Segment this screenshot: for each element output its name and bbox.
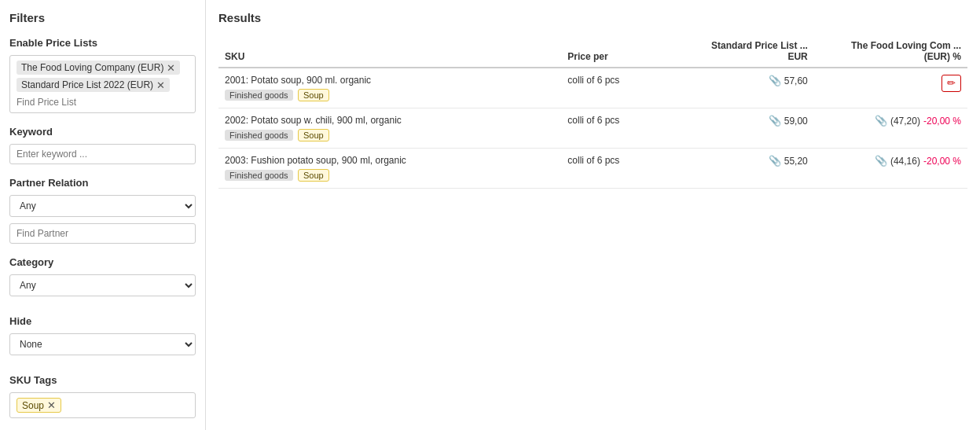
row2-standard-price-icon: 📎 bbox=[769, 115, 781, 127]
col-header-sku: SKU bbox=[218, 35, 561, 68]
col-header-food-company: The Food Loving Com ... (EUR) % bbox=[814, 35, 967, 68]
price-list-tag-2-label: Standard Price List 2022 (EUR) bbox=[21, 79, 153, 90]
sku-tag-soup-label: Soup bbox=[22, 400, 44, 411]
price-list-tag-2[interactable]: Standard Price List 2022 (EUR) ✕ bbox=[17, 78, 170, 92]
row1-tag-soup: Soup bbox=[298, 89, 329, 101]
row1-food-company-cell: ✏ bbox=[814, 68, 967, 108]
row1-standard-price-value: 57,60 bbox=[784, 75, 808, 86]
row3-standard-price-value: 55,20 bbox=[784, 156, 808, 167]
row1-standard-price: 📎 57,60 bbox=[670, 68, 814, 108]
row3-discount: -20,00 % bbox=[923, 156, 961, 167]
row2-food-company-cell: 📎 (47,20) -20,00 % bbox=[814, 108, 967, 149]
sidebar: Filters Enable Price Lists The Food Lovi… bbox=[0, 0, 206, 430]
partner-relation-section: Partner Relation Any bbox=[9, 177, 196, 244]
find-partner-input[interactable] bbox=[9, 223, 196, 244]
row1-standard-price-icon: 📎 bbox=[769, 75, 781, 86]
price-list-tag-1-label: The Food Loving Company (EUR) bbox=[21, 62, 163, 73]
col-header-standard-price: Standard Price List ... EUR bbox=[670, 35, 814, 68]
row2-standard-price: 📎 59,00 bbox=[670, 108, 814, 149]
row3-standard-price: 📎 55,20 bbox=[670, 149, 814, 189]
category-label: Category bbox=[9, 256, 196, 268]
row2-sku-cell: 2002: Potato soup w. chili, 900 ml, orga… bbox=[218, 108, 561, 149]
row1-edit-button[interactable]: ✏ bbox=[941, 75, 961, 92]
results-title: Results bbox=[218, 11, 967, 24]
row3-tag-finished-goods: Finished goods bbox=[225, 170, 293, 181]
filters-title: Filters bbox=[9, 11, 196, 24]
hide-label: Hide bbox=[9, 315, 196, 327]
sku-tag-soup[interactable]: Soup ✕ bbox=[17, 398, 61, 413]
row3-standard-price-icon: 📎 bbox=[769, 155, 781, 167]
row3-tags: Finished goods Soup bbox=[225, 169, 555, 182]
row3-food-price: (44,16) bbox=[890, 156, 920, 167]
row1-product-name: 2001: Potato soup, 900 ml. organic bbox=[225, 75, 555, 86]
row3-food-icon: 📎 bbox=[875, 155, 887, 167]
find-price-list-input[interactable] bbox=[17, 97, 189, 108]
partner-relation-select[interactable]: Any bbox=[9, 195, 196, 217]
table-row: 2003: Fushion potato soup, 900 ml, organ… bbox=[218, 149, 967, 189]
sku-tag-soup-remove-icon[interactable]: ✕ bbox=[47, 399, 56, 411]
row2-tag-finished-goods: Finished goods bbox=[225, 130, 293, 141]
enable-price-lists-label: Enable Price Lists bbox=[9, 37, 196, 49]
keyword-label: Keyword bbox=[9, 126, 196, 138]
row2-standard-price-value: 59,00 bbox=[784, 116, 808, 127]
row1-tag-finished-goods: Finished goods bbox=[225, 90, 293, 101]
price-list-tag-2-remove-icon[interactable]: ✕ bbox=[156, 80, 165, 90]
category-select[interactable]: Any bbox=[9, 274, 196, 296]
row2-product-name: 2002: Potato soup w. chili, 900 ml, orga… bbox=[225, 115, 555, 126]
row3-product-name: 2003: Fushion potato soup, 900 ml, organ… bbox=[225, 155, 555, 166]
col-header-price-per: Price per bbox=[561, 35, 670, 68]
row3-price-per: colli of 6 pcs bbox=[561, 149, 670, 189]
row2-food-price: (47,20) bbox=[890, 116, 920, 127]
sku-tags-container: Soup ✕ bbox=[9, 392, 196, 418]
row3-sku-cell: 2003: Fushion potato soup, 900 ml, organ… bbox=[218, 149, 561, 189]
row2-food-icon: 📎 bbox=[875, 115, 887, 127]
row2-price-per: colli of 6 pcs bbox=[561, 108, 670, 149]
row1-sku-cell: 2001: Potato soup, 900 ml. organic Finis… bbox=[218, 68, 561, 108]
row2-discount: -20,00 % bbox=[923, 116, 961, 127]
row1-price-per: colli of 6 pcs bbox=[561, 68, 670, 108]
table-row: 2002: Potato soup w. chili, 900 ml, orga… bbox=[218, 108, 967, 149]
row1-tags: Finished goods Soup bbox=[225, 89, 555, 101]
row3-food-company-cell: 📎 (44,16) -20,00 % bbox=[814, 149, 967, 189]
hide-select[interactable]: None bbox=[9, 333, 196, 355]
partner-relation-label: Partner Relation bbox=[9, 177, 196, 189]
price-list-tag-1-remove-icon[interactable]: ✕ bbox=[167, 63, 175, 73]
row2-tags: Finished goods Soup bbox=[225, 129, 555, 141]
results-table: SKU Price per Standard Price List ... EU… bbox=[218, 35, 967, 189]
price-list-tags-container: The Food Loving Company (EUR) ✕ Standard… bbox=[9, 55, 196, 113]
category-section: Category Any bbox=[9, 256, 196, 303]
keyword-input[interactable] bbox=[9, 144, 196, 164]
keyword-section: Keyword bbox=[9, 126, 196, 164]
price-list-tag-1[interactable]: The Food Loving Company (EUR) ✕ bbox=[17, 61, 180, 75]
row2-tag-soup: Soup bbox=[298, 129, 329, 141]
hide-section: Hide None bbox=[9, 315, 196, 362]
table-header-row: SKU Price per Standard Price List ... EU… bbox=[218, 35, 967, 68]
enable-price-lists-section: Enable Price Lists The Food Loving Compa… bbox=[9, 37, 196, 113]
table-row: 2001: Potato soup, 900 ml. organic Finis… bbox=[218, 68, 967, 108]
row3-tag-soup: Soup bbox=[298, 169, 329, 182]
sku-tags-section: SKU Tags Soup ✕ bbox=[9, 374, 196, 418]
main-content: Results SKU Price per Standard Price Lis… bbox=[206, 0, 980, 430]
sku-tags-label: SKU Tags bbox=[9, 374, 196, 386]
